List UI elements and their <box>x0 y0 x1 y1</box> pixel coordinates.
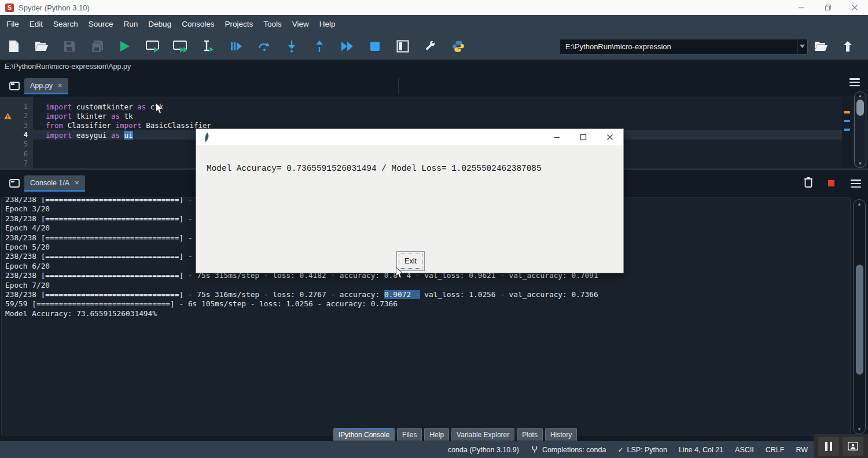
interrupt-kernel-button[interactable] <box>828 178 834 189</box>
gutter-cell[interactable]: 2 <box>0 111 33 120</box>
dialog-maximize-button[interactable] <box>570 129 597 145</box>
parent-directory-button[interactable] <box>834 35 861 58</box>
line-number: 4 <box>15 131 28 139</box>
menu-projects[interactable]: Projects <box>219 15 258 33</box>
console-scrollbar-thumb[interactable] <box>856 265 863 375</box>
menu-tools[interactable]: Tools <box>258 15 287 33</box>
dialog-minimize-button[interactable] <box>543 129 570 145</box>
run-cell-button[interactable] <box>139 35 167 58</box>
line-number: 7 <box>15 159 28 167</box>
gutter-cell[interactable]: 5 <box>0 140 33 149</box>
debug-file-button[interactable] <box>222 35 250 58</box>
tab-close-icon[interactable]: × <box>58 82 62 89</box>
minimize-button[interactable] <box>788 0 815 15</box>
tab-close-icon[interactable]: × <box>75 179 79 186</box>
close-button[interactable] <box>841 0 868 15</box>
code-line-1[interactable]: 1import customtkinter as ctk <box>0 102 842 111</box>
editor-browse-tabs-button[interactable] <box>5 78 24 93</box>
occurrence-flag[interactable] <box>844 129 850 131</box>
console-browse-tabs-button[interactable] <box>5 175 24 190</box>
pane-tab-ipython-console[interactable]: IPython Console <box>333 428 395 441</box>
step-into-button[interactable] <box>278 35 306 58</box>
continue-icon <box>340 41 354 52</box>
menu-file[interactable]: File <box>1 15 24 33</box>
lsp-label: LSP: Python <box>627 446 667 454</box>
run-cell-icon <box>145 40 160 53</box>
scroll-down-icon[interactable]: ▼ <box>854 427 865 432</box>
step-return-icon <box>315 40 324 53</box>
pane-tab-help[interactable]: Help <box>424 428 449 441</box>
save-all-button[interactable] <box>83 35 111 58</box>
step-into-icon <box>287 40 296 53</box>
run-cell-advance-button[interactable] <box>167 35 194 58</box>
spyder-window: S Spyder (Python 3.10) FileEditSearchSou… <box>0 0 868 458</box>
code-line-2[interactable]: 2import tkinter as tk <box>0 111 842 120</box>
gutter-cell[interactable]: 7 <box>0 159 33 168</box>
console-scrollbar[interactable]: ▲ ▼ <box>853 199 866 434</box>
editor-scrollbar-thumb[interactable] <box>856 100 864 116</box>
trash-icon <box>804 177 813 188</box>
recorder-pause-button[interactable] <box>818 437 839 456</box>
gutter-cell[interactable]: 6 <box>0 149 33 158</box>
continue-button[interactable] <box>333 35 361 58</box>
menu-edit[interactable]: Edit <box>24 15 48 33</box>
console-tab[interactable]: Console 1/A × <box>24 175 85 192</box>
pane-tab-files[interactable]: Files <box>397 428 422 441</box>
browse-directory-button[interactable] <box>808 35 834 58</box>
pane-tab-plots[interactable]: Plots <box>517 428 543 441</box>
gutter-cell[interactable]: 1 <box>0 102 33 111</box>
menu-consoles[interactable]: Consoles <box>176 15 219 33</box>
working-directory-dropdown[interactable] <box>797 39 807 54</box>
editor-scrollflag-column <box>842 97 852 168</box>
warning-flag[interactable] <box>844 111 850 113</box>
menu-help[interactable]: Help <box>314 15 341 33</box>
code-text[interactable]: import customtkinter as ctk <box>33 102 842 111</box>
menu-debug[interactable]: Debug <box>143 15 176 33</box>
stop-button[interactable] <box>361 35 389 58</box>
editor-tab-apppy[interactable]: App.py × <box>24 78 68 94</box>
maximize-pane-button[interactable] <box>389 35 417 58</box>
save-icon <box>64 41 75 52</box>
gutter-cell[interactable]: 4 <box>0 130 33 140</box>
interpreter-status[interactable]: conda (Python 3.10.9) <box>448 446 519 454</box>
tk-dialog-titlebar[interactable] <box>196 129 623 145</box>
editor-options-button[interactable] <box>848 77 861 87</box>
warning-icon <box>4 113 12 119</box>
menu-source[interactable]: Source <box>83 15 119 33</box>
dialog-close-button[interactable] <box>597 129 623 145</box>
run-selection-button[interactable] <box>194 35 222 58</box>
close-icon <box>851 4 858 11</box>
pane-tab-variable-explorer[interactable]: Variable Explorer <box>451 428 514 441</box>
completions-status[interactable]: Completions: conda <box>531 445 606 454</box>
save-button[interactable] <box>56 35 83 58</box>
tabbar-divider <box>398 78 399 94</box>
occurrence-flag[interactable] <box>844 120 850 122</box>
working-directory-combobox[interactable]: E:\PythonRun\micro-expression <box>559 39 808 54</box>
lsp-status[interactable]: ✓ LSP: Python <box>617 446 667 454</box>
open-file-button[interactable] <box>28 35 56 58</box>
pane-tab-history[interactable]: History <box>545 428 577 441</box>
restore-button[interactable] <box>815 0 841 15</box>
step-return-button[interactable] <box>306 35 333 58</box>
console-line-11: 59/59 [==============================] -… <box>5 299 850 309</box>
new-file-button[interactable] <box>0 35 28 58</box>
menu-view[interactable]: View <box>287 15 314 33</box>
step-over-button[interactable] <box>250 35 278 58</box>
gutter-cell[interactable]: 3 <box>0 121 33 130</box>
menu-search[interactable]: Search <box>48 15 83 33</box>
preferences-button[interactable] <box>417 35 444 58</box>
scroll-up-icon[interactable]: ▲ <box>855 93 866 98</box>
wrench-icon <box>424 40 437 53</box>
python-env-button[interactable] <box>444 35 472 58</box>
editor-scrollbar[interactable]: ▲ ▼ <box>854 91 866 168</box>
arrow-up-icon <box>843 41 853 52</box>
scroll-down-icon[interactable]: ▼ <box>855 161 866 166</box>
menubar: FileEditSearchSourceRunDebugConsolesProj… <box>0 15 868 33</box>
console-options-button[interactable] <box>849 178 862 189</box>
menu-run[interactable]: Run <box>119 15 144 33</box>
scroll-up-icon[interactable]: ▲ <box>854 201 865 207</box>
remove-variables-button[interactable] <box>804 177 813 190</box>
recorder-webcam-button[interactable] <box>843 437 863 456</box>
run-file-button[interactable] <box>111 35 139 58</box>
code-text[interactable]: import tkinter as tk <box>33 111 842 120</box>
